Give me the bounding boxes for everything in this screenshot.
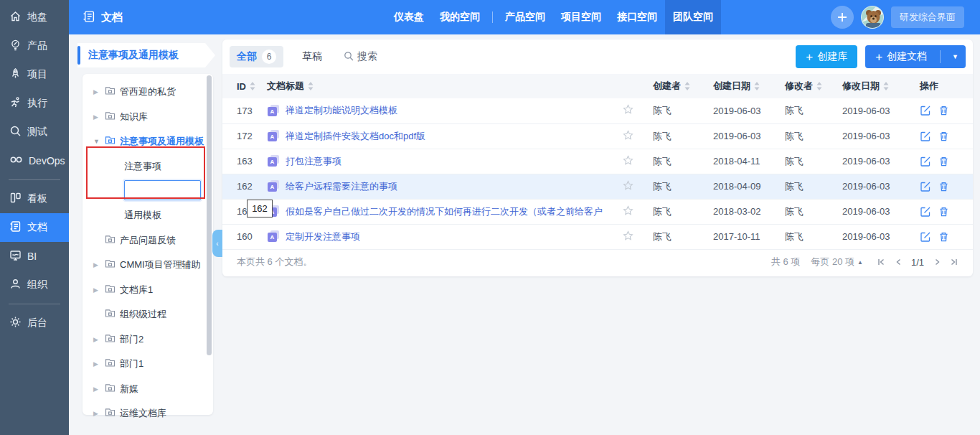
tree-item[interactable]: ▶ 运维文档库 — [83, 401, 213, 426]
sort-icon — [816, 82, 822, 90]
doc-title-link[interactable]: 禅道定制功能说明文档模板 — [286, 104, 397, 117]
col-modified[interactable]: 修改日期 — [842, 80, 920, 93]
col-title[interactable]: 文档标题 — [267, 80, 623, 93]
table-row[interactable]: 163 A打包注意事项 陈飞 2018-04-11 陈飞 2019-06-03 — [222, 149, 973, 174]
table-row[interactable]: 173 A禅道定制功能说明文档模板 陈飞 2019-06-03 陈飞 2019-… — [222, 98, 973, 123]
folder-icon — [105, 86, 116, 98]
caret-right-icon[interactable]: ▶ — [93, 261, 100, 268]
tab-all[interactable]: 全部 6 — [230, 46, 283, 67]
topbar: 文档 仪表盘 我的空间 产品空间 项目空间 接口空间 团队空间 研发综合界面 — [69, 0, 980, 34]
tree-item[interactable]: ▶ 文档库1 — [83, 278, 213, 303]
table-row[interactable]: 172 A禅道定制插件安装文档doc和pdf版 陈飞 2019-06-03 陈飞… — [222, 123, 973, 149]
first-page-button[interactable] — [877, 258, 885, 266]
trash-icon[interactable] — [938, 231, 949, 243]
doc-title-link[interactable]: 定制开发注意事项 — [286, 230, 360, 243]
edit-icon[interactable] — [920, 231, 931, 243]
table-row[interactable]: 160 A定制开发注意事项 陈飞 2017-10-11 陈飞 2019-06-0… — [222, 224, 973, 249]
col-modifier[interactable]: 修改者 — [785, 80, 842, 93]
tree-item[interactable]: 组织级过程 — [83, 302, 213, 327]
create-doc-button[interactable]: + 创建文档 ▼ — [865, 45, 966, 68]
sidebar-item-doc[interactable]: 文档 — [0, 213, 69, 242]
create-library-button[interactable]: + 创建库 — [796, 45, 857, 68]
caret-up-icon: ▲ — [857, 259, 863, 266]
col-creator[interactable]: 创建者 — [653, 80, 713, 93]
trash-icon[interactable] — [938, 181, 949, 192]
sidebar-item-home[interactable]: 地盘 — [0, 3, 69, 32]
trash-icon[interactable] — [938, 206, 949, 218]
plus-icon: + — [875, 51, 882, 63]
table-row[interactable]: 161 A假如是客户自己做过二次开发的情况下如何再进行二次开发（或者之前给客户 … — [222, 199, 973, 224]
tab-draft[interactable]: 草稿 — [302, 50, 322, 63]
new-module-input[interactable] — [124, 180, 201, 200]
trash-icon[interactable] — [938, 156, 949, 167]
star-icon[interactable] — [623, 155, 633, 166]
chevron-down-icon[interactable]: ▼ — [945, 53, 966, 60]
doc-title-link[interactable]: 打包注意事项 — [286, 155, 341, 168]
caret-right-icon[interactable]: ▶ — [93, 360, 100, 368]
sidebar-item-admin[interactable]: 后台 — [0, 309, 69, 337]
caret-right-icon[interactable]: ▶ — [93, 88, 100, 95]
nav-team-space[interactable]: 团队空间 — [665, 0, 721, 34]
edit-icon[interactable] — [920, 156, 931, 167]
tree-scrollbar[interactable] — [207, 75, 212, 355]
sidebar-item-org[interactable]: 组织 — [0, 271, 69, 299]
last-page-button[interactable] — [950, 258, 958, 266]
per-page-select[interactable]: 每页 20 项 ▲ — [811, 256, 863, 268]
star-icon[interactable] — [623, 205, 633, 216]
star-icon[interactable] — [623, 104, 633, 115]
sidebar-item-bi[interactable]: BI — [0, 242, 69, 271]
doc-title-link[interactable]: 禅道定制插件安装文档doc和pdf版 — [286, 130, 425, 143]
edit-icon[interactable] — [920, 131, 931, 142]
trash-icon[interactable] — [938, 131, 949, 142]
caret-right-icon[interactable]: ▶ — [93, 286, 100, 294]
edit-icon[interactable] — [920, 105, 931, 116]
panel-collapse-handle[interactable]: ‹ — [212, 230, 222, 257]
col-id[interactable]: ID — [237, 81, 267, 92]
next-page-button[interactable] — [933, 258, 941, 266]
edit-icon[interactable] — [920, 181, 931, 192]
sidebar-item-execution[interactable]: 执行 — [0, 89, 69, 118]
tree-item[interactable]: ▶ 管西迎的私货 — [83, 80, 213, 105]
sidebar-item-project[interactable]: 项目 — [0, 60, 69, 89]
quick-add-button[interactable] — [831, 6, 854, 29]
nav-api-space[interactable]: 接口空间 — [609, 0, 665, 34]
tree-item-selected[interactable]: ▼ 注意事项及通用模板 — [83, 129, 213, 154]
tree-item[interactable]: 产品问题反馈 — [83, 228, 213, 253]
sidebar-item-kanban[interactable]: 看板 — [0, 184, 69, 213]
tree-item-child[interactable]: 通用模板 — [83, 203, 213, 228]
doc-created-date: 2018-04-11 — [713, 149, 785, 174]
star-icon[interactable] — [623, 130, 633, 141]
nav-product-space[interactable]: 产品空间 — [497, 0, 553, 34]
sidebar-item-product[interactable]: 产品 — [0, 32, 69, 60]
tree-item[interactable]: ▶ 知识库 — [83, 105, 213, 130]
caret-right-icon[interactable]: ▶ — [93, 385, 100, 393]
tab-search[interactable]: 搜索 — [344, 50, 377, 63]
star-icon[interactable] — [623, 230, 633, 241]
doc-title-link[interactable]: 假如是客户自己做过二次开发的情况下如何再进行二次开发（或者之前给客户 — [286, 205, 603, 218]
tree-item[interactable]: ▶ 部门2 — [83, 327, 213, 352]
table-row-highlighted[interactable]: 162 A给客户远程需要注意的事项 陈飞 2018-04-09 陈飞 2019-… — [222, 174, 973, 199]
star-icon[interactable] — [623, 180, 633, 191]
caret-down-icon[interactable]: ▼ — [93, 138, 100, 145]
tree-item-child[interactable]: 注意事项 — [83, 154, 213, 179]
library-breadcrumb[interactable]: 注意事项及通用模板 — [77, 43, 215, 67]
nav-dashboard[interactable]: 仪表盘 — [386, 0, 432, 34]
nav-project-space[interactable]: 项目空间 — [553, 0, 609, 34]
prev-page-button[interactable] — [895, 258, 902, 266]
tree-item[interactable]: ▶ 部门1 — [83, 352, 213, 377]
doc-title-link[interactable]: 给客户远程需要注意的事项 — [286, 180, 397, 193]
caret-right-icon[interactable]: ▶ — [93, 113, 100, 121]
edit-icon[interactable] — [920, 206, 931, 218]
sidebar-item-test[interactable]: 测试 — [0, 118, 69, 146]
tree-item-label: 通用模板 — [124, 209, 161, 222]
avatar[interactable] — [861, 6, 884, 29]
caret-right-icon[interactable]: ▶ — [93, 410, 100, 417]
tree-item[interactable]: ▶ CMMI项目管理辅助 — [83, 253, 213, 278]
col-created[interactable]: 创建日期 — [713, 80, 785, 93]
tree-item[interactable]: ▶ 新媒 — [83, 377, 213, 402]
nav-my-space[interactable]: 我的空间 — [432, 0, 488, 34]
workspace-switch-button[interactable]: 研发综合界面 — [891, 6, 964, 28]
sidebar-item-devops[interactable]: DevOps — [0, 146, 69, 175]
trash-icon[interactable] — [938, 105, 949, 116]
caret-right-icon[interactable]: ▶ — [93, 336, 100, 343]
